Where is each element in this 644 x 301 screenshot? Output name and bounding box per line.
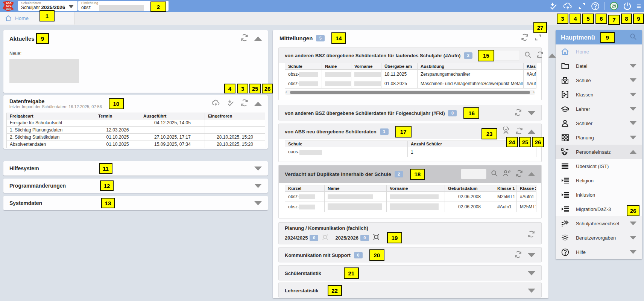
subpanel-fkl[interactable]: von anderen BSZ übergebene Schülerdaten … (278, 105, 542, 121)
expand-icon[interactable] (528, 111, 535, 115)
collapse-icon[interactable] (528, 130, 535, 134)
merge-duplicates-icon[interactable] (503, 170, 511, 179)
table-row[interactable]: 1. Stichtag Planungsdaten12.03.2026 (7, 127, 265, 134)
import-check-icon[interactable] (226, 99, 235, 108)
chevron-down-icon[interactable] (630, 107, 636, 111)
chevron-down-icon[interactable] (630, 236, 636, 240)
col-schule[interactable]: Schule (285, 141, 408, 147)
horizontal-scrollbar[interactable]: ‹ › (285, 90, 535, 95)
import-check-icon[interactable] (549, 2, 558, 11)
search-icon[interactable] (524, 51, 532, 60)
chevron-down-icon[interactable] (630, 250, 636, 254)
col-freigabeart[interactable]: Freigabeart (7, 113, 95, 119)
refresh-icon[interactable] (240, 99, 249, 108)
col-ausgefuehrt[interactable]: Ausgeführt (140, 113, 205, 119)
refresh-icon[interactable] (515, 170, 523, 179)
col-termin[interactable]: Termin (95, 113, 140, 119)
sidebar-item-hilfe[interactable]: Hilfe (556, 245, 642, 259)
popout-window-icon[interactable] (535, 34, 542, 43)
expand-icon[interactable] (528, 253, 535, 257)
col-schule[interactable]: Schule (285, 63, 322, 70)
expand-icon[interactable] (528, 271, 535, 275)
refresh-icon[interactable] (514, 108, 522, 118)
sidebar-item-klassen[interactable]: Klassen (556, 87, 642, 102)
chevron-down-icon[interactable] (68, 5, 74, 8)
resize-window-icon[interactable] (578, 2, 586, 10)
sidebar-item-schule[interactable]: Schule (556, 73, 642, 87)
scrollbar-thumb[interactable] (290, 91, 530, 94)
subpanel-schuelerstatistik[interactable]: Schülerstatistik 21 (278, 265, 542, 280)
refresh-icon[interactable] (515, 127, 523, 136)
search-icon[interactable] (630, 33, 637, 42)
col-geburtsdatum[interactable]: Geburtsdatum (445, 185, 494, 192)
col-vorname[interactable]: Vorname (387, 185, 445, 192)
expand-icon[interactable] (254, 167, 262, 171)
chevron-down-icon[interactable] (630, 136, 636, 139)
logout-power-icon[interactable] (623, 2, 632, 11)
collapse-icon[interactable] (254, 37, 262, 41)
sidebar-item-schueler[interactable]: Schüler (556, 116, 642, 130)
sidebar-item-uebersicht-ist[interactable]: Übersicht (IST) (556, 159, 642, 173)
table-row[interactable]: obsz- 02.06.2008 #Aufn1M25MT1 (285, 202, 536, 212)
panel-hilfesystem[interactable]: Hilfesystem (3, 161, 268, 176)
col-klasse2[interactable]: Klasse 2 (517, 185, 536, 192)
sidebar-item-personaleinsatz[interactable]: Personaleinsatz (556, 145, 642, 159)
col-name[interactable]: Name (325, 185, 387, 192)
col-vorname[interactable]: Vorname (351, 63, 381, 70)
chevron-down-icon[interactable] (630, 64, 636, 68)
col-klasse1[interactable]: Klasse 1 (494, 185, 517, 192)
table-row[interactable]: oaos- 1 (285, 147, 536, 157)
refresh-icon[interactable] (536, 51, 544, 60)
sidebar-item-home[interactable]: Home (556, 44, 642, 59)
expand-icon[interactable] (528, 289, 535, 293)
schoolyear-selector[interactable]: Schülerdaten Schuljahr 2025/2026 (18, 1, 77, 11)
col-eingefroren[interactable]: Eingefroren (205, 113, 265, 119)
chevron-down-icon[interactable] (630, 121, 636, 125)
scroll-right-icon[interactable]: › (533, 90, 535, 94)
help-icon[interactable] (591, 2, 600, 11)
scroll-left-icon[interactable]: ‹ (286, 90, 287, 94)
sidebar-item-benutzervorgaben[interactable]: Benutzervorgaben (556, 231, 642, 245)
refresh-icon[interactable] (514, 251, 522, 260)
col-ausbildung[interactable]: Ausbildung (418, 63, 524, 70)
table-row[interactable]: obsz- 01.08.2025Maschinen- und Anlagenfü… (285, 79, 536, 89)
col-klasse[interactable]: Klasse (524, 63, 536, 70)
search-icon[interactable] (491, 170, 498, 179)
chevron-down-icon[interactable] (630, 93, 636, 96)
table-row[interactable]: obsz- 18.11.2025Zerspanungsmechaniker#Au… (285, 70, 536, 79)
planning-gear-icon[interactable] (372, 233, 380, 243)
refresh-icon[interactable] (521, 33, 529, 43)
collapse-icon[interactable] (254, 102, 262, 106)
collapse-icon[interactable] (528, 172, 535, 176)
col-name[interactable]: Name (322, 63, 351, 70)
sidebar-item-lehrer[interactable]: Lehrer (556, 102, 642, 116)
table-row[interactable]: Freigabe für Schulaufsicht 04.12.2025, 1… (7, 119, 265, 127)
person-cloud-icon[interactable] (501, 127, 511, 136)
panel-systemdaten[interactable]: Systemdaten (3, 196, 268, 210)
col-uebergabe[interactable]: Übergabe am (381, 63, 418, 70)
chevron-down-icon[interactable] (630, 222, 636, 225)
search-input[interactable] (494, 50, 520, 61)
sidebar-item-religion[interactable]: Religion (556, 173, 642, 188)
sidebar-item-inklusion[interactable]: Inklusion (556, 188, 642, 202)
table-row[interactable]: obsz- 02.06.2008 M25MT1#Aufn1 (285, 192, 536, 202)
refresh-icon[interactable] (527, 230, 535, 240)
table-row[interactable]: Absolventendaten01.10.2025 15.09.2025, 0… (7, 141, 265, 148)
cloud-upload-icon[interactable] (211, 99, 221, 108)
sidebar-item-datei[interactable]: Datei (556, 59, 642, 73)
session-timer-badge[interactable]: 29 (610, 2, 618, 10)
planning-gear-icon[interactable] (321, 233, 329, 243)
search-input[interactable] (461, 169, 486, 179)
expand-icon[interactable] (254, 184, 262, 188)
collapse-icon[interactable] (548, 53, 556, 58)
menu-icon[interactable]: ≡ (636, 2, 641, 10)
tab-home[interactable]: Home (0, 12, 74, 24)
sidebar-item-schuljahreswechsel[interactable]: Schuljahreswechsel (556, 216, 642, 231)
panel-programmaenderungen[interactable]: Programmänderungen (3, 179, 268, 193)
cloud-sync-icon[interactable] (563, 2, 573, 11)
table-row[interactable]: 2. Stichtag Statistikdaten01.10.2025 27.… (7, 134, 265, 141)
refresh-icon[interactable] (240, 34, 249, 43)
chevron-down-icon[interactable] (630, 78, 636, 82)
sidebar-item-planung[interactable]: Planung (556, 130, 642, 145)
chevron-up-icon[interactable] (630, 150, 636, 154)
